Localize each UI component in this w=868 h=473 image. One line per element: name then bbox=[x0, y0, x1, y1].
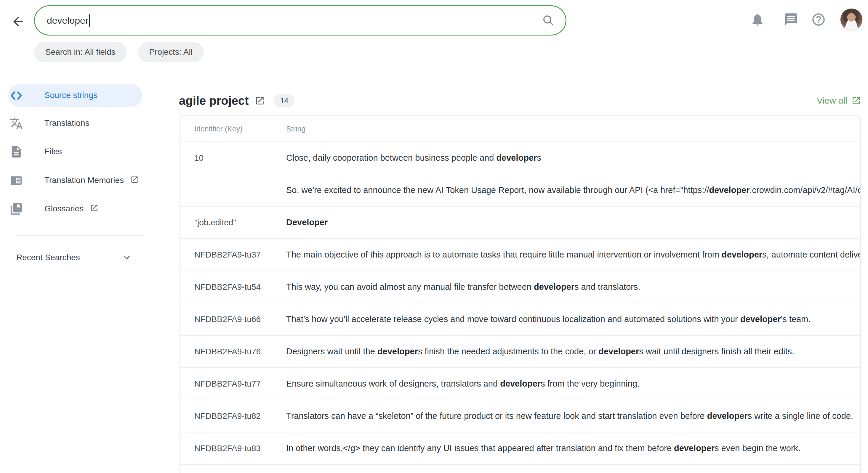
recent-searches-toggle[interactable]: Recent Searches bbox=[0, 246, 150, 269]
file-icon bbox=[9, 145, 23, 159]
table-row[interactable]: "job.edited" Developer bbox=[180, 206, 860, 238]
column-header-string: String bbox=[286, 125, 860, 133]
external-link-icon bbox=[851, 96, 861, 105]
help-button[interactable] bbox=[810, 12, 827, 28]
row-string: Translators can have a “skeleton” of the… bbox=[286, 411, 860, 421]
row-key: "job.edited" bbox=[180, 218, 286, 227]
filter-projects[interactable]: Projects: All bbox=[138, 42, 204, 62]
external-link-icon bbox=[90, 204, 98, 212]
sidebar-item-label: Translation Memories bbox=[44, 175, 138, 185]
help-icon bbox=[811, 12, 826, 27]
row-string: In other words,</g> they can identify an… bbox=[286, 443, 860, 453]
row-string: That's how you'll accelerate release cyc… bbox=[286, 314, 860, 324]
row-string: Ensure simultaneous work of designers, t… bbox=[286, 379, 860, 388]
sidebar-divider bbox=[16, 235, 142, 236]
external-link-icon[interactable] bbox=[255, 96, 265, 106]
topbar: developer Search in: All fields Projects… bbox=[0, 0, 868, 71]
project-heading-row: agile project 14 View all bbox=[179, 90, 861, 112]
row-string: The main objective of this approach is t… bbox=[286, 250, 860, 260]
row-string: So, we're excited to announce the new AI… bbox=[286, 185, 860, 195]
translate-icon bbox=[9, 116, 23, 130]
row-key: NFDBB2FA9-tu66 bbox=[180, 315, 286, 324]
table-row[interactable]: NFDBB2FA9-tu76 Designers wait until the … bbox=[180, 335, 860, 367]
avatar[interactable] bbox=[840, 8, 863, 31]
text-caret bbox=[89, 14, 90, 27]
results-table: Identifier (Key) String 10 Close, daily … bbox=[179, 115, 861, 473]
row-string: Developer bbox=[286, 217, 860, 227]
table-row[interactable]: 10 Close, daily cooperation between busi… bbox=[180, 141, 860, 174]
table-row[interactable]: NFDBB2FA9-tu77 Ensure simultaneous work … bbox=[180, 367, 860, 400]
view-all-label: View all bbox=[817, 96, 847, 106]
filter-search-in[interactable]: Search in: All fields bbox=[34, 42, 127, 62]
row-string: Close, daily cooperation between busines… bbox=[286, 153, 860, 163]
recent-searches-label: Recent Searches bbox=[16, 253, 80, 262]
row-key: NFDBB2FA9-tu82 bbox=[180, 411, 286, 421]
sidebar-item-files[interactable]: Files bbox=[0, 138, 150, 166]
sidebar-item-label: Files bbox=[44, 147, 62, 156]
chevron-down-icon bbox=[121, 251, 133, 264]
results-table-body: 10 Close, daily cooperation between busi… bbox=[180, 141, 860, 473]
row-key: 10 bbox=[180, 153, 286, 163]
bell-icon bbox=[750, 12, 765, 27]
sidebar-item-translations[interactable]: Translations bbox=[0, 109, 150, 138]
search-icon[interactable] bbox=[542, 14, 555, 27]
sidebar-item-label: Source strings bbox=[44, 91, 97, 100]
search-results-panel: agile project 14 View all Identifier (Ke… bbox=[151, 71, 868, 473]
row-key: NFDBB2FA9-tu76 bbox=[180, 347, 286, 357]
sidebar-item-translation-memories[interactable]: Translation Memories bbox=[0, 166, 150, 195]
external-link-icon bbox=[130, 175, 138, 184]
table-row[interactable]: NFDBB2FA9-tu83 In other words,</g> they … bbox=[180, 432, 860, 464]
view-all-link[interactable]: View all bbox=[817, 96, 861, 106]
results-table-header: Identifier (Key) String bbox=[180, 116, 860, 141]
project-title: agile project bbox=[179, 94, 249, 107]
notifications-button[interactable] bbox=[749, 12, 766, 28]
translation-memory-icon bbox=[9, 174, 23, 188]
search-input[interactable]: developer bbox=[34, 5, 566, 36]
sidebar-item-label: Translations bbox=[44, 119, 89, 128]
row-string: This way, you can avoid almost any manua… bbox=[286, 282, 860, 292]
table-row[interactable]: So, we're excited to announce the new AI… bbox=[180, 174, 860, 206]
result-count-badge: 14 bbox=[274, 94, 295, 107]
row-key: NFDBB2FA9-tu54 bbox=[180, 282, 286, 292]
sidebar-item-glossaries[interactable]: Glossaries bbox=[0, 195, 150, 223]
column-header-identifier: Identifier (Key) bbox=[180, 125, 286, 133]
table-row[interactable]: NFDBB2FA9-tu54 This way, you can avoid a… bbox=[180, 271, 860, 303]
table-row[interactable]: NFDBB2FA9-tu83 The prototyping stage wil… bbox=[180, 464, 860, 473]
table-row[interactable]: NFDBB2FA9-tu66 That's how you'll acceler… bbox=[180, 303, 860, 335]
sidebar-item-source-strings[interactable]: Source strings bbox=[0, 81, 150, 110]
row-string: Designers wait until the developers fini… bbox=[286, 347, 860, 357]
sidebar-item-label: Glossaries bbox=[44, 204, 98, 213]
filter-chips: Search in: All fields Projects: All bbox=[34, 42, 204, 62]
messages-button[interactable] bbox=[783, 12, 799, 28]
table-row[interactable]: NFDBB2FA9-tu82 Translators can have a “s… bbox=[180, 400, 860, 432]
table-row[interactable]: NFDBB2FA9-tu37 The main objective of thi… bbox=[180, 238, 860, 271]
back-button[interactable] bbox=[10, 13, 26, 30]
app-window: developer Search in: All fields Projects… bbox=[0, 0, 868, 473]
row-key: NFDBB2FA9-tu37 bbox=[180, 250, 286, 260]
glossary-icon bbox=[9, 202, 23, 216]
chat-icon bbox=[783, 12, 798, 27]
row-key: NFDBB2FA9-tu83 bbox=[180, 444, 286, 453]
code-icon bbox=[9, 89, 23, 102]
search-input-value: developer bbox=[47, 15, 89, 26]
row-key: NFDBB2FA9-tu77 bbox=[180, 379, 286, 388]
back-arrow-icon bbox=[11, 14, 25, 29]
sidebar: Source strings Translations Files Transl… bbox=[0, 71, 150, 473]
